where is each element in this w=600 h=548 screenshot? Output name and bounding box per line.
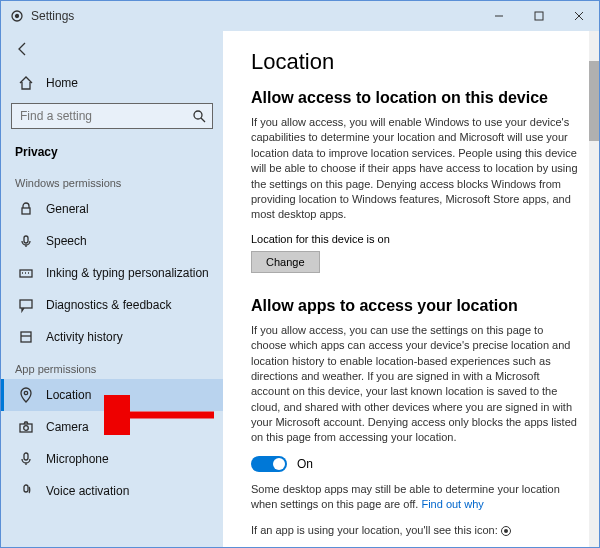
window-title: Settings [31, 9, 74, 23]
microphone-icon [18, 451, 34, 467]
speech-icon [18, 233, 34, 249]
toggle-track[interactable] [251, 456, 287, 472]
location-in-use-icon [501, 526, 511, 536]
desktop-apps-note: Some desktop apps may still be able to d… [251, 482, 581, 513]
svg-rect-21 [24, 485, 28, 492]
svg-rect-3 [535, 12, 543, 20]
maximize-button[interactable] [519, 1, 559, 31]
change-button[interactable]: Change [251, 251, 320, 273]
section-heading-device: Allow access to location on this device [251, 89, 581, 107]
title-bar: Settings [1, 1, 599, 31]
toggle-label: On [297, 457, 313, 471]
sidebar-item-label: Home [46, 76, 78, 90]
svg-point-1 [16, 15, 19, 18]
sidebar-group-windows: Windows permissions [1, 167, 223, 193]
find-out-why-link[interactable]: Find out why [421, 498, 483, 510]
back-arrow-icon[interactable] [15, 41, 31, 57]
sidebar-group-app: App permissions [1, 353, 223, 379]
sidebar-item-label: Camera [46, 420, 89, 434]
camera-icon [18, 419, 34, 435]
sidebar-section-title: Privacy [1, 139, 223, 167]
sidebar-item-voice[interactable]: Voice activation [1, 475, 223, 507]
sidebar-item-microphone[interactable]: Microphone [1, 443, 223, 475]
sidebar-item-label: Diagnostics & feedback [46, 298, 171, 312]
toggle-knob [273, 458, 285, 470]
settings-window: Settings Home [0, 0, 600, 548]
app-icon [9, 8, 25, 24]
sidebar-item-label: Inking & typing personalization [46, 266, 209, 280]
scroll-thumb[interactable] [589, 61, 599, 141]
main-content: Location Allow access to location on thi… [223, 31, 599, 547]
sidebar-item-camera[interactable]: Camera [1, 411, 223, 443]
section-heading-apps: Allow apps to access your location [251, 297, 581, 315]
svg-rect-14 [20, 300, 32, 308]
section-body-apps: If you allow access, you can use the set… [251, 323, 581, 446]
sidebar-item-home[interactable]: Home [1, 67, 223, 99]
keyboard-icon [18, 265, 34, 281]
sidebar-item-label: General [46, 202, 89, 216]
voice-icon [18, 483, 34, 499]
page-title: Location [251, 49, 581, 75]
sidebar-item-label: Voice activation [46, 484, 129, 498]
search-icon [191, 108, 207, 124]
search-input[interactable] [11, 103, 213, 129]
section-body-device: If you allow access, you will enable Win… [251, 115, 581, 223]
svg-rect-15 [21, 332, 31, 342]
device-status: Location for this device is on [251, 233, 581, 245]
using-location-note: If an app is using your location, you'll… [251, 523, 581, 538]
sidebar-item-location[interactable]: Location [1, 379, 223, 411]
minimize-button[interactable] [479, 1, 519, 31]
search-box[interactable] [11, 103, 213, 129]
sidebar-item-general[interactable]: General [1, 193, 223, 225]
sidebar-item-diagnostics[interactable]: Diagnostics & feedback [1, 289, 223, 321]
location-icon [18, 387, 34, 403]
home-icon [18, 75, 34, 91]
sidebar-item-inking[interactable]: Inking & typing personalization [1, 257, 223, 289]
sidebar-item-label: Microphone [46, 452, 109, 466]
svg-rect-8 [22, 208, 30, 214]
svg-point-17 [24, 391, 27, 394]
scrollbar[interactable] [589, 31, 599, 547]
close-button[interactable] [559, 1, 599, 31]
history-icon [18, 329, 34, 345]
location-toggle[interactable]: On [251, 456, 581, 472]
sidebar-item-label: Activity history [46, 330, 123, 344]
svg-point-6 [194, 111, 202, 119]
svg-rect-9 [24, 236, 28, 243]
sidebar-item-label: Speech [46, 234, 87, 248]
lock-icon [18, 201, 34, 217]
feedback-icon [18, 297, 34, 313]
svg-rect-20 [24, 453, 28, 460]
svg-line-7 [201, 118, 205, 122]
sidebar: Home Privacy Windows permissions General… [1, 31, 223, 547]
sidebar-item-activity[interactable]: Activity history [1, 321, 223, 353]
svg-point-19 [24, 426, 29, 431]
sidebar-item-label: Location [46, 388, 91, 402]
sidebar-item-speech[interactable]: Speech [1, 225, 223, 257]
